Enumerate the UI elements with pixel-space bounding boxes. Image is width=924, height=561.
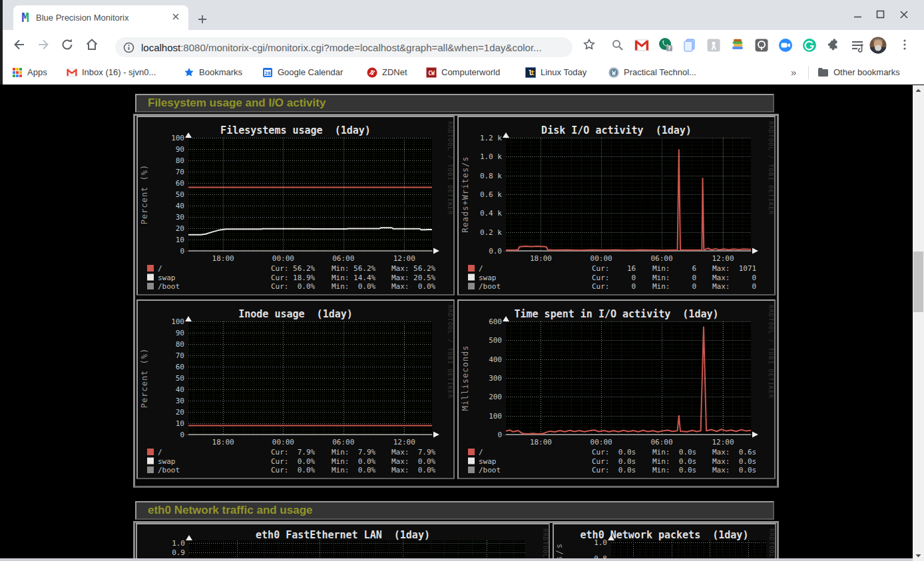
back-button[interactable] <box>12 37 27 52</box>
svg-text:90: 90 <box>176 329 184 337</box>
copy-docs-extension-icon[interactable] <box>682 37 698 53</box>
svg-text:20: 20 <box>176 224 184 233</box>
zdnet-icon <box>367 67 377 78</box>
svg-text:80: 80 <box>176 340 184 349</box>
scrollbar-thumb[interactable] <box>913 252 923 312</box>
gmail-extension-icon[interactable] <box>634 37 650 53</box>
tab-close-icon[interactable] <box>170 11 182 25</box>
new-tab-button[interactable] <box>197 14 208 25</box>
page-info-icon[interactable] <box>123 42 134 53</box>
bookmark-label: Linux Today <box>541 67 586 77</box>
svg-text:/: / <box>479 448 483 457</box>
pocket-extension-icon[interactable] <box>754 37 770 53</box>
graph-panel-eth0-packets[interactable]: 1.00.818:0000:0006:0012:00eth0 Network p… <box>553 523 776 561</box>
svg-text:0.8 k: 0.8 k <box>480 172 502 180</box>
bookmark-star-icon[interactable] <box>582 38 597 53</box>
graph-panel-time-io[interactable]: 600500400300200100018:0000:0006:0012:00T… <box>457 299 776 479</box>
svg-text:Max: 0.0%: Max: 0.0% <box>391 466 436 474</box>
svg-text:00:00: 00:00 <box>590 254 612 263</box>
voice-extension-icon[interactable]: ? <box>658 37 674 53</box>
graph-panel-disk-io[interactable]: 1.2 k1.0 k0.8 k0.6 k0.4 k0.2 k0.018:0000… <box>457 116 776 295</box>
graph-panel-filesystems-usage[interactable]: 100908070605040302010018:0000:0006:0012:… <box>136 116 455 295</box>
bookmark-item-computerworld[interactable]: CWComputerworld <box>426 60 500 85</box>
bookmark-item-bookmarks[interactable]: Bookmarks <box>184 60 242 85</box>
svg-text:swap: swap <box>158 457 176 466</box>
tab-blue-precision-monitorix[interactable]: M Blue Precision Monitorix <box>13 5 188 30</box>
session-extension-icon[interactable] <box>706 37 722 53</box>
window-left-edge <box>0 0 3 85</box>
window-maximize-button[interactable] <box>875 9 886 20</box>
graph-ylabel-time-io: Milliseconds <box>461 345 470 411</box>
svg-text:Cur: 0: Cur: 0 <box>592 282 636 291</box>
address-bar[interactable]: localhost:8080/monitorix-cgi/monitorix.c… <box>115 37 573 57</box>
svg-text:/boot: /boot <box>158 466 180 474</box>
page-content: Filesystem usage and I/O activity eth0 N… <box>0 85 924 561</box>
svg-text:10: 10 <box>176 419 184 428</box>
other-bookmarks-folder[interactable]: Other bookmarks <box>817 60 900 85</box>
bookmark-label: Apps <box>27 67 47 77</box>
bookmark-label: Practical Technol... <box>624 67 696 77</box>
svg-text:12:00: 12:00 <box>393 254 415 263</box>
svg-text:90: 90 <box>176 145 184 154</box>
graph-title-time-io: Time spent in I/O activity (1day) <box>514 308 718 320</box>
svg-text:80: 80 <box>176 156 184 165</box>
window-close-button[interactable] <box>899 9 909 20</box>
grammarly-extension-icon[interactable] <box>802 37 817 53</box>
svg-text:swap: swap <box>158 274 176 282</box>
bookmark-item-google-calendar[interactable]: 28Google Calendar <box>262 60 343 85</box>
bookmark-item-inbox-16-sjvn0[interactable]: Inbox (16) - sjvn0... <box>67 60 156 85</box>
svg-text:Cur: 0.0%: Cur: 0.0% <box>271 466 316 474</box>
bookmark-item-linux-today[interactable]: ltLinux Today <box>525 60 586 85</box>
svg-text:40: 40 <box>176 202 184 210</box>
window-minimize-button[interactable] <box>853 9 863 20</box>
svg-text:06:00: 06:00 <box>332 254 354 263</box>
tab-strip: M Blue Precision Monitorix <box>0 0 924 30</box>
svg-text:?: ? <box>668 46 671 52</box>
bookmark-item-practical-technol[interactable]: WPractical Technol... <box>608 60 696 85</box>
browser-menu-kebab-icon[interactable] <box>897 37 912 52</box>
svg-text:Max: 0: Max: 0 <box>712 282 756 291</box>
svg-text:20: 20 <box>176 408 184 417</box>
profile-avatar[interactable] <box>869 37 885 53</box>
section-title-eth0: eth0 Network traffic and usage <box>148 504 313 516</box>
section-header-filesystem: Filesystem usage and I/O activity <box>135 94 774 112</box>
search-extension-icon[interactable] <box>610 37 626 53</box>
svg-text:18:00: 18:00 <box>530 438 552 447</box>
url-text[interactable]: localhost:8080/monitorix-cgi/monitorix.c… <box>141 42 542 53</box>
svg-text:Min: 0: Min: 0 <box>652 274 696 282</box>
bookmarks-overflow-chevron[interactable]: » <box>791 60 796 85</box>
bookmark-label: ZDNet <box>382 67 407 77</box>
svg-text:100: 100 <box>171 317 184 326</box>
graph-panel-inode-usage[interactable]: 100908070605040302010018:0000:0006:0012:… <box>136 299 455 479</box>
puzzle-extension-icon[interactable] <box>825 37 841 53</box>
svg-text:06:00: 06:00 <box>650 254 672 263</box>
bookmark-item-apps[interactable]: Apps <box>12 60 47 85</box>
page-scrollbar[interactable] <box>913 85 924 561</box>
svg-text:00:00: 00:00 <box>590 438 612 447</box>
reading-list-extension-icon[interactable] <box>849 37 865 53</box>
svg-text:0.0: 0.0 <box>489 247 502 256</box>
svg-text:Max: 20.5%: Max: 20.5% <box>391 274 436 282</box>
bookmark-item-zdnet[interactable]: ZDNet <box>367 60 407 85</box>
bookmark-label: Google Calendar <box>278 67 343 77</box>
graph-panel-eth0-lan[interactable]: 1.00.918:0000:0006:0012:00eth0 FastEther… <box>136 523 550 561</box>
svg-text:/boot: /boot <box>158 282 180 291</box>
rrdtool-watermark: RRDTOOL / TOBI OETIKER <box>768 305 774 399</box>
svg-text:Max: 56.2%: Max: 56.2% <box>391 264 436 273</box>
forward-button[interactable] <box>36 37 51 52</box>
svg-text:Cur: 56.2%: Cur: 56.2% <box>271 264 316 273</box>
folder-icon <box>817 67 829 77</box>
svg-text:300: 300 <box>489 374 502 383</box>
svg-text:12:00: 12:00 <box>712 254 734 263</box>
apps-grid-icon <box>12 67 23 78</box>
section-header-eth0: eth0 Network traffic and usage <box>135 501 774 520</box>
svg-text:/: / <box>158 448 162 457</box>
scrollbar-up-button[interactable] <box>913 85 924 96</box>
books-extension-icon[interactable] <box>730 37 746 53</box>
home-button[interactable] <box>85 37 99 52</box>
svg-text:Cur: 0.0s: Cur: 0.0s <box>592 457 636 466</box>
bookmarks-bar: AppsInbox (16) - sjvn0...Bookmarks28Goog… <box>0 60 924 85</box>
scrollbar-down-button[interactable] <box>913 550 924 561</box>
zoom-extension-icon[interactable] <box>778 37 794 53</box>
reload-button[interactable] <box>60 37 75 52</box>
